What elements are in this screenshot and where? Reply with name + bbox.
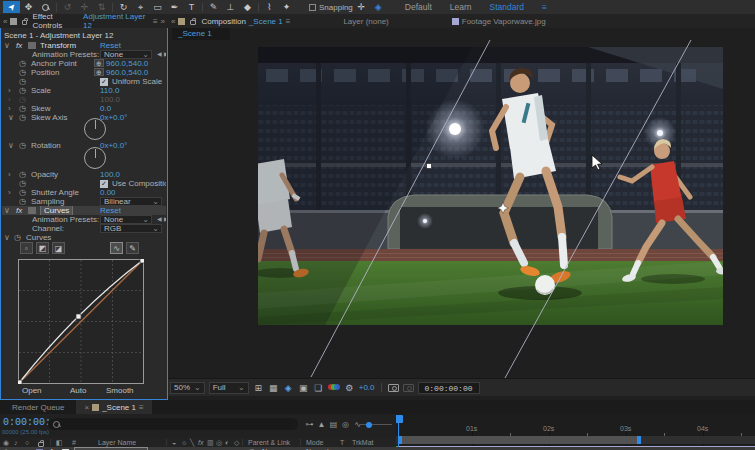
exposure-value[interactable]: +0.0 bbox=[359, 383, 375, 392]
brush-tool[interactable]: ✎ bbox=[205, 1, 222, 13]
preset-next-icon[interactable]: ▶ bbox=[164, 50, 166, 59]
animation-presets-dropdown[interactable]: None⌄ bbox=[100, 215, 152, 224]
time-ruler[interactable]: 01s 02s 03s 04s bbox=[396, 414, 755, 450]
motion-blur-icon[interactable]: ◎ bbox=[340, 419, 351, 430]
trkmat-column-header[interactable]: TrkMat bbox=[352, 438, 374, 447]
puppet-pin-tool[interactable]: ✦ bbox=[278, 1, 295, 13]
pan-behind-tool[interactable]: ⌖ bbox=[132, 1, 149, 13]
collapse-panel-icon[interactable]: « bbox=[171, 17, 175, 26]
twirl-icon[interactable]: ∨ bbox=[4, 206, 10, 215]
lock-icon[interactable] bbox=[22, 20, 28, 25]
position-value[interactable]: 960.0,540.0 bbox=[106, 68, 148, 77]
skew-axis-dial[interactable] bbox=[84, 118, 106, 140]
hand-tool[interactable]: ✥ bbox=[20, 1, 37, 13]
resolution-dropdown[interactable]: Full⌄ bbox=[209, 382, 249, 394]
eraser-tool[interactable]: ◆ bbox=[239, 1, 256, 13]
selection-tool[interactable]: ➤ bbox=[3, 1, 20, 13]
preset-prev-icon[interactable]: ◀ bbox=[157, 215, 164, 224]
snapshot-camera-icon[interactable] bbox=[388, 384, 399, 392]
twirl-icon[interactable]: › bbox=[8, 86, 11, 95]
curves-editor[interactable] bbox=[18, 259, 144, 386]
fx-icon[interactable]: fx bbox=[16, 41, 22, 50]
curves-invert-icon[interactable]: ◪ bbox=[52, 242, 65, 254]
shutter-angle-value[interactable]: 0.00 bbox=[100, 188, 116, 197]
stopwatch-icon[interactable]: ◷ bbox=[19, 59, 26, 68]
stopwatch-icon[interactable]: ◷ bbox=[19, 68, 26, 77]
label-column-icon[interactable]: ◧ bbox=[56, 438, 63, 447]
quality-switch-icon[interactable]: ╲ bbox=[190, 438, 194, 447]
adjustment-layer-switch-icon[interactable]: ◐ bbox=[225, 438, 229, 447]
audio-column-icon[interactable]: ♪ bbox=[14, 438, 18, 447]
pencil-tool-icon[interactable]: ✎ bbox=[126, 242, 139, 254]
twirl-icon[interactable]: ∨ bbox=[8, 113, 14, 122]
curves-preset-icon[interactable]: ▫ bbox=[20, 242, 33, 254]
stopwatch-icon[interactable]: ◷ bbox=[19, 113, 26, 122]
clone-stamp-tool[interactable]: ⊥ bbox=[222, 1, 239, 13]
collapse-transforms-icon[interactable]: ☼ bbox=[181, 438, 187, 447]
grid-guides-icon[interactable]: ⊞ bbox=[253, 383, 264, 393]
lock-icon[interactable] bbox=[190, 20, 196, 25]
panel-overflow-icon[interactable]: » bbox=[161, 17, 165, 26]
orbit-camera-tool[interactable]: ↺ bbox=[59, 1, 76, 13]
use-composition-checkbox[interactable]: ✓ bbox=[100, 180, 108, 188]
fast-previews-gear-icon[interactable]: ⚙ bbox=[344, 383, 355, 393]
rotation-value[interactable]: 0x+0.0° bbox=[100, 141, 127, 150]
work-area-bar[interactable] bbox=[398, 436, 641, 444]
skew-value[interactable]: 0.0 bbox=[100, 104, 111, 113]
eye-column-icon[interactable]: ◉ bbox=[3, 438, 9, 447]
frame-blend-switch-icon[interactable]: ▥ bbox=[207, 438, 214, 447]
workspace-menu-icon[interactable]: ≡ bbox=[542, 2, 547, 12]
tab-composition[interactable]: Composition bbox=[201, 17, 245, 26]
show-snapshot-icon[interactable] bbox=[403, 384, 414, 392]
pen-tool[interactable]: ✒ bbox=[166, 1, 183, 13]
preset-prev-icon[interactable]: ◀ bbox=[157, 50, 164, 59]
curves-auto-button[interactable]: Auto bbox=[70, 386, 86, 396]
draft-3d-icon[interactable]: ▲ bbox=[316, 419, 327, 430]
fx-icon[interactable]: fx bbox=[16, 206, 22, 215]
rotation-dial[interactable] bbox=[84, 147, 106, 169]
stopwatch-icon[interactable]: ◷ bbox=[14, 233, 21, 242]
curves-reset-button[interactable]: Reset bbox=[100, 206, 121, 215]
parent-link-column-header[interactable]: Parent & Link bbox=[248, 438, 290, 447]
curves-effect-name[interactable]: Curves bbox=[40, 206, 73, 215]
fx-switch-icon[interactable]: fx bbox=[198, 438, 203, 447]
roto-brush-tool[interactable]: ⌇ bbox=[261, 1, 278, 13]
tab-composition-target[interactable]: _Scene 1 bbox=[249, 17, 283, 26]
mask-visibility-icon[interactable]: ◈ bbox=[283, 383, 294, 393]
t-column-header[interactable]: T bbox=[340, 438, 344, 447]
panel-menu-icon[interactable]: ≡ bbox=[286, 17, 291, 26]
curves-smooth-button[interactable]: Smooth bbox=[106, 386, 134, 396]
curves-open-button[interactable]: Open bbox=[22, 386, 42, 396]
region-of-interest-icon[interactable]: ▣ bbox=[298, 383, 309, 393]
tab-render-queue[interactable]: Render Queue bbox=[0, 403, 76, 412]
pixel-aspect-icon[interactable]: ❏ bbox=[313, 383, 324, 393]
timeline-search-input[interactable] bbox=[48, 418, 298, 430]
channel-dropdown[interactable]: RGB⌄ bbox=[100, 224, 162, 233]
zoom-tool[interactable] bbox=[37, 1, 54, 13]
magnification-dropdown[interactable]: 50%⌄ bbox=[170, 382, 205, 394]
stopwatch-icon[interactable]: ◷ bbox=[19, 188, 26, 197]
tab-effect-controls-target[interactable]: Adjustment Layer 12 bbox=[83, 14, 150, 30]
timeline-zoom-slider[interactable] bbox=[360, 424, 392, 425]
snap-options-icon[interactable]: ✛ bbox=[353, 1, 370, 13]
workspace-standard[interactable]: Standard bbox=[490, 2, 525, 12]
twirl-icon[interactable]: ∨ bbox=[4, 233, 10, 242]
shy-switch-icon[interactable]: ◒ bbox=[172, 438, 176, 447]
channel-icon[interactable] bbox=[328, 383, 340, 392]
twirl-icon[interactable]: ∨ bbox=[4, 41, 10, 50]
number-column-header[interactable]: # bbox=[72, 438, 76, 447]
frame-blending-icon[interactable]: ▤ bbox=[328, 419, 339, 430]
snapping-checkbox[interactable] bbox=[309, 4, 316, 11]
rotation-tool[interactable]: ↻ bbox=[115, 1, 132, 13]
sampling-dropdown[interactable]: Bilinear⌄ bbox=[100, 197, 162, 206]
collapse-panel-icon[interactable]: « bbox=[3, 17, 7, 26]
layer-name-column-header[interactable]: Layer Name bbox=[98, 438, 136, 447]
close-tab-icon[interactable]: × bbox=[84, 403, 89, 412]
workspace-learn[interactable]: Learn bbox=[450, 2, 472, 12]
comp-viewer-tab[interactable]: _Scene 1 bbox=[172, 28, 230, 40]
stopwatch-icon[interactable]: ◷ bbox=[19, 104, 26, 113]
transform-effect-name[interactable]: Transform bbox=[40, 41, 76, 50]
twirl-icon[interactable]: ∨ bbox=[8, 141, 14, 150]
stopwatch-icon[interactable]: ◷ bbox=[19, 170, 26, 179]
workspace-default[interactable]: Default bbox=[405, 2, 432, 12]
